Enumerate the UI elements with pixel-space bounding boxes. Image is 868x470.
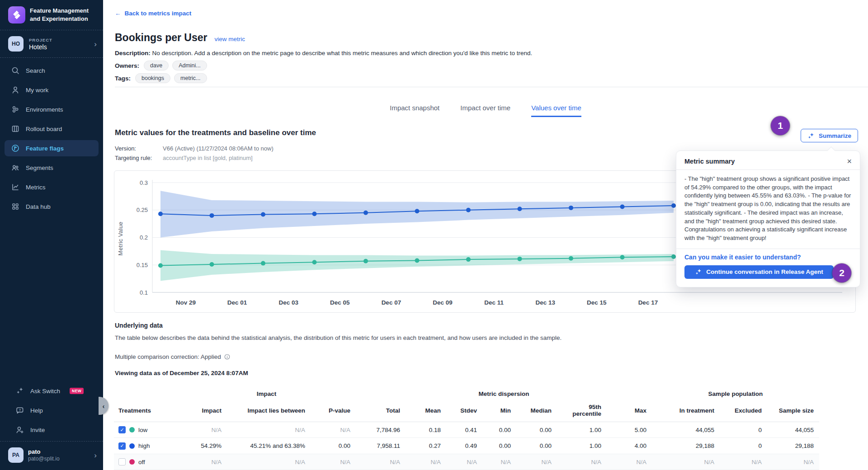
sidebar-item-invite[interactable]: Invite bbox=[9, 422, 94, 438]
column-header-stdev: Stdev bbox=[446, 401, 482, 422]
user-name: pato bbox=[28, 448, 90, 455]
table-cell: 0.00 bbox=[516, 438, 557, 454]
app-logo[interactable]: Feature Management and Experimentation bbox=[0, 0, 103, 30]
table-cell: 0.00 bbox=[482, 422, 516, 438]
tag-pill: bookings bbox=[135, 73, 170, 83]
owners-row: Owners: daveAdmini... bbox=[115, 61, 207, 70]
summarize-button[interactable]: Summarize bbox=[801, 129, 858, 142]
sidebar-item-label: Rollout board bbox=[26, 126, 62, 132]
treatment-checkbox-off[interactable] bbox=[118, 458, 126, 465]
project-label: PROJECT bbox=[29, 38, 89, 42]
table-cell: 0.27 bbox=[406, 438, 446, 454]
sidebar-item-data-hub[interactable]: Data hub bbox=[5, 198, 99, 215]
my-work-icon bbox=[11, 85, 20, 94]
treatment-row-off: offN/AN/AN/AN/AN/AN/AN/AN/AN/AN/AN/AN/AN… bbox=[114, 454, 819, 470]
column-header-p-value: P-value bbox=[311, 401, 356, 422]
treatment-row-low: ✓lowN/AN/AN/A7,784.960.180.410.000.001.0… bbox=[114, 422, 819, 438]
comparison-correction: Multiple comparison correction: Applied bbox=[115, 353, 231, 360]
sidebar-item-label: Segments bbox=[26, 164, 53, 171]
owners-label: Owners: bbox=[115, 62, 139, 69]
table-cell: 54.29% bbox=[177, 438, 227, 454]
sidebar: Feature Management and Experimentation H… bbox=[0, 0, 103, 470]
column-header-impact-lies-between: Impact lies between bbox=[227, 401, 311, 422]
table-cell: N/A bbox=[406, 454, 446, 470]
group-header-impact: Impact bbox=[177, 389, 356, 401]
sidebar-item-environments[interactable]: Environments bbox=[5, 101, 99, 118]
description-text: No description. Add a description on the… bbox=[152, 50, 533, 56]
tab-impact-over-time[interactable]: Impact over time bbox=[460, 104, 510, 117]
sidebar-item-label: Metrics bbox=[26, 184, 46, 191]
column-header-in-treatment: In treatment bbox=[652, 401, 720, 422]
underlying-data-table: ImpactMetric dispersionSample population… bbox=[114, 389, 819, 470]
column-header-sample-size: Sample size bbox=[767, 401, 819, 422]
sidebar-item-ask-switch[interactable]: Ask SwitchNEW bbox=[9, 383, 94, 399]
project-badge: HO bbox=[8, 36, 24, 52]
sidebar-item-search[interactable]: Search bbox=[5, 62, 99, 79]
svg-text:Dec 03: Dec 03 bbox=[278, 299, 298, 306]
svg-text:Dec 09: Dec 09 bbox=[433, 299, 453, 306]
arrow-left-icon: ← bbox=[115, 10, 121, 17]
treatment-checkbox-high[interactable]: ✓ bbox=[118, 442, 126, 450]
back-link[interactable]: ← Back to metrics impact bbox=[115, 10, 191, 17]
cta-label: Continue conversation in Release Agent bbox=[706, 268, 823, 275]
tab-values-over-time[interactable]: Values over time bbox=[531, 104, 581, 117]
svg-text:Dec 17: Dec 17 bbox=[638, 299, 658, 306]
sidebar-item-label: Feature flags bbox=[26, 145, 64, 152]
sidebar-item-label: Search bbox=[26, 67, 45, 74]
table-cell: 44,055 bbox=[652, 422, 720, 438]
sidebar-item-feature-flags[interactable]: Feature flags bbox=[5, 140, 99, 156]
svg-text:Dec 15: Dec 15 bbox=[587, 299, 607, 306]
targeting-rule-label: Targeting rule: bbox=[115, 153, 163, 163]
user-email: pato@split.io bbox=[28, 456, 90, 462]
segments-icon bbox=[11, 163, 20, 172]
close-icon[interactable]: × bbox=[847, 157, 852, 165]
metric-summary-popup: Metric summary × - The "high" treatment … bbox=[676, 150, 860, 287]
info-icon[interactable] bbox=[224, 353, 231, 360]
table-cell: 1.00 bbox=[557, 438, 607, 454]
treatment-label: off bbox=[138, 459, 145, 465]
new-badge: NEW bbox=[70, 388, 84, 394]
section-heading: Metric values for the treatments and bas… bbox=[115, 128, 316, 137]
treatment-color-dot bbox=[129, 459, 135, 465]
popup-summary-text: - The "high" treatment group shows a sig… bbox=[676, 170, 860, 249]
continue-conversation-button[interactable]: Continue conversation in Release Agent bbox=[684, 265, 834, 279]
sidebar-item-metrics[interactable]: Metrics bbox=[5, 179, 99, 195]
sidebar-item-my-work[interactable]: My work bbox=[5, 82, 99, 98]
table-cell: 0 bbox=[720, 438, 767, 454]
table-cell: 0.49 bbox=[446, 438, 482, 454]
underlying-data-heading: Underlying data bbox=[115, 322, 163, 329]
sidebar-item-segments[interactable]: Segments bbox=[5, 160, 99, 176]
sidebar-item-help[interactable]: ?Help bbox=[9, 402, 94, 418]
column-header-min: Min bbox=[482, 401, 516, 422]
svg-text:0.2: 0.2 bbox=[140, 234, 148, 241]
column-header-treatments: Treatments bbox=[114, 401, 177, 422]
table-cell: 7,958.11 bbox=[356, 438, 406, 454]
easier-to-understand-link[interactable]: Can you make it easier to understand? bbox=[684, 254, 852, 261]
sidebar-item-rollout-board[interactable]: Rollout board bbox=[5, 121, 99, 137]
environments-icon bbox=[11, 105, 20, 114]
svg-text:0.1: 0.1 bbox=[140, 289, 148, 296]
view-metric-link[interactable]: view metric bbox=[215, 36, 245, 42]
tab-impact-snapshot[interactable]: Impact snapshot bbox=[390, 104, 439, 117]
project-switcher[interactable]: HO PROJECT Hotels › bbox=[0, 30, 103, 57]
treatment-color-dot bbox=[129, 427, 135, 432]
treatment-checkbox-low[interactable]: ✓ bbox=[118, 426, 126, 433]
column-header-max: Max bbox=[607, 401, 652, 422]
ask-switch-icon bbox=[15, 386, 24, 395]
viewing-data-timestamp: Viewing data as of December 25, 2024 8:0… bbox=[115, 370, 248, 376]
svg-text:0.3: 0.3 bbox=[140, 179, 148, 186]
table-cell: 0.00 bbox=[482, 438, 516, 454]
user-menu[interactable]: PA pato pato@split.io › bbox=[0, 442, 103, 470]
table-cell: N/A bbox=[311, 422, 356, 438]
table-cell: N/A bbox=[516, 454, 557, 470]
column-header-impact: Impact bbox=[177, 401, 227, 422]
table-cell: N/A bbox=[227, 422, 311, 438]
sparkles-icon bbox=[807, 132, 815, 140]
annotation-step-1: 1 bbox=[771, 116, 790, 135]
table-cell: 0.00 bbox=[516, 422, 557, 438]
table-cell: N/A bbox=[311, 454, 356, 470]
metrics-icon bbox=[11, 183, 20, 192]
sidebar-nav: SearchMy workEnvironmentsRollout boardFe… bbox=[0, 58, 103, 218]
svg-text:Dec 05: Dec 05 bbox=[330, 299, 350, 306]
table-cell: 5.00 bbox=[607, 422, 652, 438]
